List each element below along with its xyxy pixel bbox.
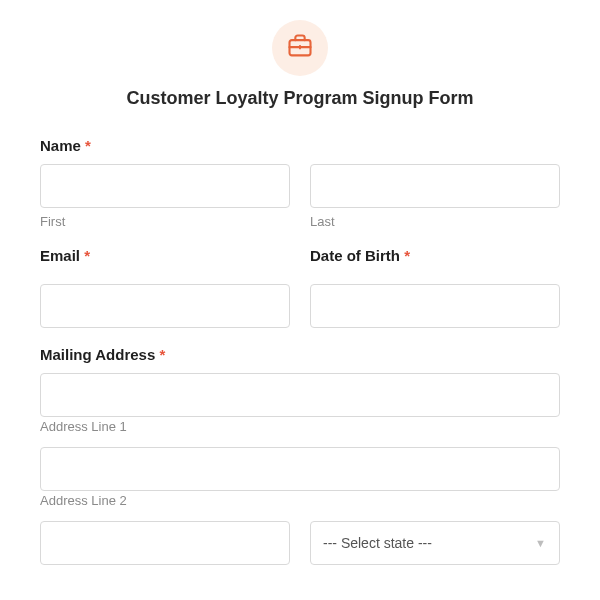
- city-input[interactable]: [40, 521, 290, 565]
- header-icon-circle: [272, 20, 328, 76]
- required-mark: *: [84, 247, 90, 264]
- address-label: Mailing Address *: [40, 346, 560, 363]
- required-mark: *: [159, 346, 165, 363]
- name-section: Name * First Last: [40, 137, 560, 229]
- dob-input[interactable]: [310, 284, 560, 328]
- name-label-text: Name: [40, 137, 81, 154]
- address-line1-input[interactable]: [40, 373, 560, 417]
- form-title: Customer Loyalty Program Signup Form: [40, 88, 560, 109]
- required-mark: *: [85, 137, 91, 154]
- last-name-sublabel: Last: [310, 214, 560, 229]
- email-label-text: Email: [40, 247, 80, 264]
- dob-label-text: Date of Birth: [310, 247, 400, 264]
- address-line2-input[interactable]: [40, 447, 560, 491]
- name-label: Name *: [40, 137, 560, 154]
- email-dob-section: Email * Date of Birth *: [40, 247, 560, 328]
- last-name-input[interactable]: [310, 164, 560, 208]
- state-select[interactable]: --- Select state ---: [310, 521, 560, 565]
- address-label-text: Mailing Address: [40, 346, 155, 363]
- address-line2-sublabel: Address Line 2: [40, 493, 127, 508]
- address-section: Mailing Address * Address Line 1 Address…: [40, 346, 560, 565]
- email-label: Email *: [40, 247, 290, 264]
- briefcase-icon: [286, 32, 314, 64]
- first-name-sublabel: First: [40, 214, 290, 229]
- dob-label: Date of Birth *: [310, 247, 560, 264]
- form-container: Customer Loyalty Program Signup Form Nam…: [0, 0, 600, 565]
- address-line1-sublabel: Address Line 1: [40, 419, 127, 434]
- form-header: Customer Loyalty Program Signup Form: [40, 20, 560, 109]
- first-name-input[interactable]: [40, 164, 290, 208]
- required-mark: *: [404, 247, 410, 264]
- email-input[interactable]: [40, 284, 290, 328]
